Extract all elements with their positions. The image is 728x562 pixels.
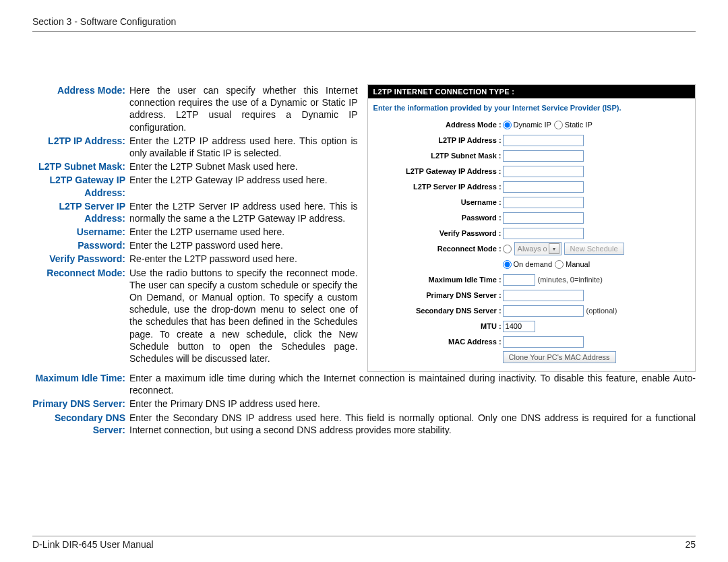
address-mode-label: Address Mode : xyxy=(373,121,503,129)
ondemand-radio[interactable] xyxy=(503,260,512,269)
def-label: Primary DNS Server: xyxy=(32,398,129,410)
gateway-label: L2TP Gateway IP Address : xyxy=(373,167,503,175)
def-label: Verify Password: xyxy=(32,253,129,265)
dns2-hint: (optional) xyxy=(586,307,617,315)
schedule-dropdown-label: Always o xyxy=(518,245,547,253)
def-desc: Enter the Primary DNS IP address used he… xyxy=(129,398,696,410)
def-label: Secondary DNS Server: xyxy=(32,412,129,436)
dns1-label: Primary DNS Server : xyxy=(373,291,503,299)
password-input[interactable] xyxy=(503,212,584,224)
dynamic-radio[interactable] xyxy=(503,121,512,129)
subnet-input[interactable] xyxy=(503,150,584,162)
settings-panel: L2TP INTERNET CONNECTION TYPE : Enter th… xyxy=(367,84,696,372)
serverip-input[interactable] xyxy=(503,181,584,193)
chevron-down-icon: ▾ xyxy=(549,243,559,254)
def-label: Maximum Idle Time: xyxy=(32,372,129,396)
def-label: Reconnect Mode: xyxy=(32,267,129,365)
mtu-label: MTU : xyxy=(373,322,503,330)
mac-label: MAC Address : xyxy=(373,338,503,346)
reconnect-schedule-radio[interactable] xyxy=(503,245,512,253)
manual-radio[interactable] xyxy=(555,260,564,269)
gateway-input[interactable] xyxy=(503,166,584,177)
def-desc: Enter the L2TP Server IP address used he… xyxy=(129,200,358,224)
dns2-label: Secondary DNS Server : xyxy=(373,307,503,315)
reconnect-label: Reconnect Mode : xyxy=(373,245,503,253)
page-footer: D-Link DIR-645 User Manual 25 xyxy=(32,536,696,550)
def-label: L2TP Subnet Mask: xyxy=(32,160,129,173)
def-desc: Enter the L2TP Gateway IP address used h… xyxy=(129,174,358,198)
footer-page-number: 25 xyxy=(685,539,696,550)
def-desc: Here the user can specify whether this I… xyxy=(129,84,358,133)
def-label: L2TP Gateway IP Address: xyxy=(32,174,129,198)
password-label: Password : xyxy=(373,214,503,222)
def-desc: Enter the L2TP username used here. xyxy=(129,226,358,238)
definitions-wide: Maximum Idle Time:Enter a maximum idle t… xyxy=(32,372,696,436)
idle-input[interactable] xyxy=(503,274,535,286)
panel-info: Enter the information provided by your I… xyxy=(368,98,695,116)
verify-input[interactable] xyxy=(503,228,584,239)
dns2-input[interactable] xyxy=(503,305,584,317)
idle-label: Maximum Idle Time : xyxy=(373,276,503,284)
mac-input[interactable] xyxy=(503,336,584,348)
new-schedule-button[interactable]: New Schedule xyxy=(564,243,624,255)
clone-mac-button[interactable]: Clone Your PC's MAC Address xyxy=(503,351,616,363)
reconnect-manual[interactable]: Manual xyxy=(555,260,590,269)
panel-title: L2TP INTERNET CONNECTION TYPE : xyxy=(368,85,695,98)
def-desc: Enter the Secondary DNS IP address used … xyxy=(129,412,696,436)
manual-label: Manual xyxy=(566,260,590,268)
username-input[interactable] xyxy=(503,197,584,208)
section-header: Section 3 - Software Configuration xyxy=(32,16,696,32)
definitions-left: Address Mode:Here the user can specify w… xyxy=(32,84,358,372)
static-radio[interactable] xyxy=(554,121,563,129)
def-desc: Use the radio buttons to specify the rec… xyxy=(129,267,358,365)
reconnect-ondemand[interactable]: On demand xyxy=(503,260,552,269)
verify-label: Verify Password : xyxy=(373,229,503,237)
def-label: Username: xyxy=(32,226,129,238)
idle-hint: (minutes, 0=infinite) xyxy=(538,276,603,284)
def-label: Address Mode: xyxy=(32,84,129,133)
ondemand-label: On demand xyxy=(514,260,552,268)
def-desc: Enter a maximum idle time during which t… xyxy=(129,372,696,396)
subnet-label: L2TP Subnet Mask : xyxy=(373,152,503,160)
footer-left: D-Link DIR-645 User Manual xyxy=(32,539,154,550)
def-label: Password: xyxy=(32,239,129,251)
def-label: L2TP IP Address: xyxy=(32,135,129,159)
def-desc: Enter the L2TP Subnet Mask used here. xyxy=(129,160,358,173)
l2tp-ip-input[interactable] xyxy=(503,135,584,146)
serverip-label: L2TP Server IP Address : xyxy=(373,183,503,191)
schedule-dropdown[interactable]: Always o▾ xyxy=(514,242,562,255)
dns1-input[interactable] xyxy=(503,290,584,301)
static-label: Static IP xyxy=(565,121,593,129)
dynamic-label: Dynamic IP xyxy=(514,121,551,129)
def-desc: Re-enter the L2TP password used here. xyxy=(129,253,358,265)
def-label: L2TP Server IP Address: xyxy=(32,200,129,224)
username-label: Username : xyxy=(373,198,503,206)
l2tp-ip-label: L2TP IP Address : xyxy=(373,136,503,144)
def-desc: Enter the L2TP password used here. xyxy=(129,239,358,251)
schedule-radio[interactable] xyxy=(503,245,512,253)
address-mode-dynamic[interactable]: Dynamic IP xyxy=(503,121,551,129)
address-mode-static[interactable]: Static IP xyxy=(554,121,593,129)
mtu-input[interactable] xyxy=(503,321,535,332)
def-desc: Enter the L2TP IP address used here. Thi… xyxy=(129,135,358,159)
